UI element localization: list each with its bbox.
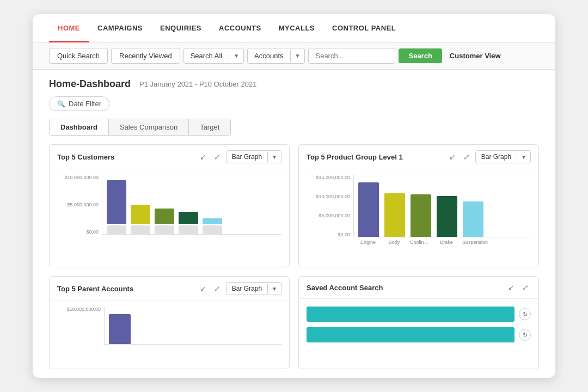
saved-account-expand[interactable]: ⤢ — [520, 282, 531, 293]
y-label-1: $10,000,000.00 — [64, 175, 99, 180]
top-customers-download[interactable]: ↙ — [198, 151, 209, 162]
top-product-download[interactable]: ↙ — [447, 151, 458, 162]
pg-bar-3 — [411, 194, 431, 237]
bar-3 — [155, 209, 174, 224]
search-input[interactable] — [308, 48, 395, 64]
top-customers-bars — [102, 175, 281, 235]
date-filter-button[interactable]: 🔍 Date Filter — [49, 96, 109, 111]
top-customers-title: Top 5 Customers — [57, 153, 114, 161]
bar-group-1 — [107, 180, 126, 234]
top-parent-header: Top 5 Parent Accounts ↙ ⤢ Bar Graph ▼ — [50, 277, 289, 301]
saved-search-refresh-1[interactable]: ↻ — [519, 308, 531, 320]
nav-item-enquiries[interactable]: ENQUIRIES — [151, 14, 210, 42]
pg-x-label-4: Brake — [436, 240, 457, 245]
dot-decoration — [33, 47, 35, 188]
page-content: Home-Dashboard P1 January 2021 - P10 Oct… — [33, 70, 555, 378]
top-parent-chart-type: Bar Graph ▼ — [226, 282, 281, 295]
top-parent-title: Top 5 Parent Accounts — [57, 285, 133, 293]
bar-label-5 — [203, 225, 222, 234]
pg-y-label-2: $10,000,000.00 — [316, 194, 350, 199]
top-product-title: Top 5 Product Group Level 1 — [307, 153, 403, 161]
top-customers-card: Top 5 Customers ↙ ⤢ Bar Graph ▼ $10,000,… — [49, 144, 290, 267]
pg-x-label-3: Cooling an... — [410, 240, 431, 245]
top-parent-chart-type-label: Bar Graph — [226, 283, 267, 295]
top-customers-expand[interactable]: ⤢ — [212, 151, 223, 162]
tab-bar: DashboardSales ComparisonTarget — [49, 119, 231, 136]
pg-bar-5 — [463, 201, 483, 237]
tab-dashboard[interactable]: Dashboard — [50, 119, 109, 135]
top-parent-card: Top 5 Parent Accounts ↙ ⤢ Bar Graph ▼ $1… — [49, 276, 290, 369]
search-all-label: Search All — [184, 48, 229, 63]
pg-y-label-4: $0.00 — [338, 232, 350, 237]
pg-y-label-3: $5,000,000.00 — [318, 213, 350, 218]
pa-bar-1 — [109, 314, 131, 344]
pg-bar-group-5 — [463, 201, 483, 237]
nav-bar: HOMECAMPAIGNSENQUIRIESACCOUNTSMYCALLSCON… — [33, 14, 555, 42]
page-header: Home-Dashboard P1 January 2021 - P10 Oct… — [49, 78, 539, 90]
top-customers-body: $10,000,000.00 $5,000,000.00 $0.00 — [50, 169, 289, 259]
top-customers-header: Top 5 Customers ↙ ⤢ Bar Graph ▼ — [50, 145, 289, 169]
saved-account-controls: ↙ ⤢ — [506, 282, 531, 293]
top-product-bars — [353, 175, 531, 237]
recently-viewed-button[interactable]: Recently Viewed — [111, 48, 180, 64]
nav-item-accounts[interactable]: ACCOUNTS — [210, 14, 270, 42]
top-product-chart-type-label: Bar Graph — [476, 151, 517, 163]
quick-search-button[interactable]: Quick Search — [49, 48, 108, 64]
bar-4 — [179, 212, 198, 224]
saved-account-download[interactable]: ↙ — [506, 282, 517, 293]
accounts-caret[interactable]: ▼ — [290, 50, 305, 62]
nav-item-home[interactable]: HOME — [49, 14, 89, 42]
top-parent-download[interactable]: ↙ — [198, 283, 209, 294]
saved-search-item-1: ↻ — [307, 307, 531, 322]
pa-y-label-1: $10,000,000.00 — [66, 307, 101, 312]
top-product-header: Top 5 Product Group Level 1 ↙ ⤢ Bar Grap… — [299, 145, 538, 169]
top-parent-expand[interactable]: ⤢ — [212, 283, 223, 294]
top-customers-chart-caret[interactable]: ▼ — [267, 152, 281, 162]
pg-x-label-1: Engine — [358, 240, 378, 245]
customer-view-button[interactable]: Customer View — [445, 48, 505, 63]
saved-account-header: Saved Account Search ↙ ⤢ — [299, 277, 538, 299]
pg-bar-4 — [437, 196, 457, 237]
saved-search-refresh-2[interactable]: ↻ — [519, 329, 531, 341]
y-label-3: $0.00 — [86, 229, 99, 235]
tab-sales-comparison[interactable]: Sales Comparison — [109, 119, 189, 135]
top-product-expand[interactable]: ⤢ — [461, 151, 472, 162]
date-filter-row: 🔍 Date Filter — [49, 96, 539, 111]
nav-item-campaigns[interactable]: CAMPAIGNS — [89, 14, 151, 42]
search-button[interactable]: Search — [399, 48, 442, 63]
bar-label-2 — [131, 225, 150, 234]
tab-target[interactable]: Target — [189, 119, 230, 135]
pg-bar-1 — [358, 182, 379, 237]
nav-item-control-panel[interactable]: CONTROL PANEL — [323, 14, 405, 42]
bar-label-3 — [155, 225, 174, 234]
top-parent-body: $10,000,000.00 — [50, 301, 289, 369]
top-customers-chart-type-label: Bar Graph — [226, 151, 267, 163]
search-bar: Quick Search Recently Viewed Search All … — [33, 42, 555, 70]
pg-bar-group-3 — [411, 194, 431, 237]
top-customers-controls: ↙ ⤢ Bar Graph ▼ — [198, 150, 281, 163]
saved-search-item-2: ↻ — [307, 327, 531, 342]
bar-2 — [131, 205, 150, 224]
pg-bar-group-2 — [384, 193, 405, 237]
top-parent-chart-caret[interactable]: ▼ — [267, 284, 281, 294]
date-range: P1 January 2021 - P10 October 2021 — [139, 80, 256, 88]
saved-account-search-card: Saved Account Search ↙ ⤢ ↻ ↻ — [298, 276, 539, 369]
top-product-card: Top 5 Product Group Level 1 ↙ ⤢ Bar Grap… — [298, 144, 539, 267]
pg-bar-2 — [384, 193, 405, 237]
nav-item-mycalls[interactable]: MYCALLS — [270, 14, 323, 42]
bar-label-1 — [107, 225, 126, 234]
top-customers-chart-type: Bar Graph ▼ — [226, 150, 281, 163]
y-label-2: $5,000,000.00 — [67, 202, 99, 207]
search-icon: 🔍 — [57, 100, 65, 108]
pg-x-label-2: Body — [384, 240, 405, 245]
main-container: HOMECAMPAIGNSENQUIRIESACCOUNTSMYCALLSCON… — [33, 14, 555, 378]
saved-search-body: ↻ ↻ — [299, 299, 538, 350]
top-product-body: $15,000,000.00 $10,000,000.00 $5,000,000… — [299, 169, 538, 267]
search-all-caret[interactable]: ▼ — [229, 50, 243, 62]
top-product-chart-caret[interactable]: ▼ — [517, 152, 530, 162]
top-parent-controls: ↙ ⤢ Bar Graph ▼ — [198, 282, 281, 295]
bar-group-2 — [131, 205, 150, 234]
pg-y-label-1: $15,000,000.00 — [316, 175, 350, 180]
page-title: Home-Dashboard — [49, 78, 131, 90]
accounts-dropdown: Accounts ▼ — [247, 48, 305, 64]
